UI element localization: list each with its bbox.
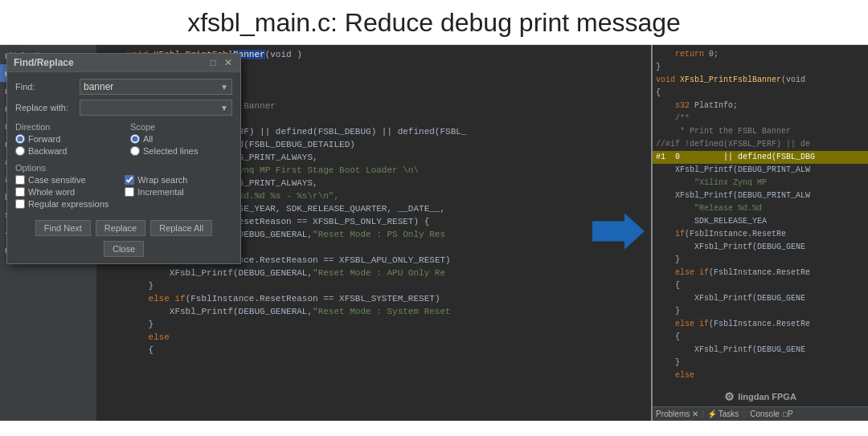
- code-line: }: [96, 318, 651, 331]
- watermark: ⚙ lingdan FPGA: [653, 390, 868, 403]
- right-code-line: /**: [653, 112, 868, 125]
- code-line: XFsbl_Printf(DEBUG_GENERAL,"Reset Mode :…: [96, 267, 651, 279]
- right-code-line: if(FsblInstance.ResetRe: [653, 228, 868, 241]
- forward-radio[interactable]: [15, 134, 25, 144]
- right-code-line: else if(FsblInstance.ResetRe: [653, 318, 868, 331]
- direction-label: Direction: [15, 122, 117, 132]
- scope-group: Scope All Selected lines: [130, 122, 232, 158]
- incremental-label: Incremental: [137, 187, 183, 197]
- replace-input-wrapper: ▼: [80, 100, 232, 116]
- console-tab[interactable]: Console: [750, 410, 780, 418]
- watermark-icon: ⚙: [724, 390, 735, 403]
- dialog-minimize-button[interactable]: □: [209, 57, 218, 68]
- dialog-close-button[interactable]: ✕: [223, 57, 234, 68]
- right-arrow-icon: [592, 214, 645, 250]
- right-code-line: }: [653, 357, 868, 369]
- problems-tab[interactable]: Problems ✕: [656, 410, 698, 418]
- tasks-tab[interactable]: ⚡ Tasks: [707, 410, 739, 418]
- options-section: Options Case sensitive Whole word: [15, 163, 232, 209]
- right-code-line: XFsbl_Printf(DEBUG_GENE: [653, 344, 868, 357]
- incremental-row: Incremental: [125, 187, 187, 197]
- svg-marker-0: [592, 214, 645, 250]
- find-row: Find: ▼: [15, 79, 232, 95]
- find-dropdown-icon[interactable]: ▼: [217, 83, 231, 92]
- right-code-line: else if(FsblInstance.ResetRe: [653, 267, 868, 279]
- right-code-line: "Xilinx Zynq MP: [653, 177, 868, 189]
- selected-lines-label: Selected lines: [143, 146, 199, 156]
- tab-separator: |: [702, 410, 704, 418]
- right-code-line: return 0;: [653, 48, 868, 61]
- wrap-search-row: Wrap search: [125, 175, 187, 185]
- main-content: nitialization.c main.c nai nis nis na al…: [0, 45, 868, 421]
- code-line: }: [96, 279, 651, 292]
- right-code-line: SDK_RELEASE_YEA: [653, 215, 868, 228]
- dialog-title-text: Find/Replace: [14, 57, 74, 68]
- replace-button[interactable]: Replace: [96, 220, 145, 236]
- right-code-line: else: [653, 369, 868, 382]
- regular-expressions-checkbox[interactable]: [15, 199, 25, 209]
- right-code-line: #1 0 || defined(FSBL_DBG: [653, 151, 868, 164]
- find-label: Find:: [15, 82, 80, 92]
- right-code-line: "Release %d.%d: [653, 202, 868, 215]
- tasks-icon: ⚡: [707, 410, 717, 418]
- whole-word-label: Whole word: [28, 187, 75, 197]
- scope-label: Scope: [130, 122, 232, 132]
- right-code-line: XFsbl_Printf(DEBUG_GENE: [653, 292, 868, 305]
- replace-input[interactable]: [80, 100, 217, 115]
- bottom-bar: Problems ✕ | ⚡ Tasks □ Console □P: [653, 406, 868, 421]
- right-code-line: XFsbl_Printf(DEBUG_PRINT_ALW: [653, 164, 868, 177]
- wrap-search-checkbox[interactable]: [125, 175, 134, 185]
- selected-lines-radio-row: Selected lines: [130, 146, 232, 156]
- right-code-line: s32 PlatInfo;: [653, 100, 868, 112]
- wrap-search-label: Wrap search: [137, 175, 187, 185]
- selected-lines-radio[interactable]: [130, 146, 140, 156]
- close-button[interactable]: Close: [104, 241, 144, 257]
- forward-radio-row: Forward: [15, 134, 117, 144]
- arrow-container: [592, 214, 645, 253]
- dialog-title-bar: Find/Replace □ ✕: [7, 54, 240, 72]
- whole-word-row: Whole word: [15, 187, 108, 197]
- incremental-checkbox[interactable]: [125, 187, 134, 197]
- title-area: xfsbl_main.c: Reduce debug print message: [0, 0, 868, 45]
- replace-row: Replace with: ▼: [15, 100, 232, 116]
- right-code-line: XFsbl_Printf(DEBUG_PRINT_ALW: [653, 189, 868, 202]
- options-col-left: Case sensitive Whole word Regular expres…: [15, 175, 108, 209]
- backward-radio-row: Backward: [15, 146, 117, 156]
- find-next-button[interactable]: Find Next: [35, 220, 91, 236]
- right-code-line: * Print the FSBL Banner: [653, 125, 868, 138]
- all-radio-row: All: [130, 134, 232, 144]
- all-radio[interactable]: [130, 134, 140, 144]
- right-code-panel: return 0; } void XFsbl_PrintFsblBanner(v…: [651, 45, 868, 421]
- options-label: Options: [15, 163, 232, 173]
- direction-scope-row: Direction Forward Backward Scope All: [15, 122, 232, 158]
- regular-expressions-label: Regular expressions: [28, 199, 108, 209]
- dialog-title-icons: □ ✕: [209, 57, 234, 68]
- replace-all-button[interactable]: Replace All: [150, 220, 212, 236]
- dialog-buttons: Find Next Replace Replace All Close: [7, 215, 240, 263]
- all-label: All: [143, 134, 153, 144]
- forward-label: Forward: [28, 134, 60, 144]
- p-tab[interactable]: □P: [783, 410, 793, 418]
- dialog-body: Find: ▼ Replace with: ▼ Direction: [7, 72, 240, 215]
- code-line: else: [96, 331, 651, 344]
- find-input-wrapper: ▼: [80, 79, 232, 95]
- right-code-line: {: [653, 331, 868, 344]
- whole-word-checkbox[interactable]: [15, 187, 25, 197]
- find-replace-dialog: Find/Replace □ ✕ Find: ▼ Replace with:: [6, 53, 241, 264]
- backward-radio[interactable]: [15, 146, 25, 156]
- watermark-text: lingdan FPGA: [738, 392, 796, 401]
- code-line: else if(FsblInstance.ResetReason == XFSB…: [96, 292, 651, 305]
- page-title: xfsbl_main.c: Reduce debug print message: [16, 8, 852, 38]
- right-code-line: }: [653, 61, 868, 74]
- replace-dropdown-icon[interactable]: ▼: [217, 104, 231, 112]
- replace-label: Replace with:: [15, 103, 80, 112]
- code-line: {: [96, 344, 651, 357]
- right-code-line: void XFsbl_PrintFsblBanner(void: [653, 74, 868, 87]
- right-code-line: //#if !defined(XFSBL_PERF) || de: [653, 138, 868, 151]
- right-code-line: }: [653, 305, 868, 318]
- case-sensitive-checkbox[interactable]: [15, 175, 25, 185]
- options-col-right: Wrap search Incremental: [125, 175, 187, 209]
- find-input[interactable]: [80, 79, 217, 94]
- code-line: XFsbl_Printf(DEBUG_GENERAL,"Reset Mode :…: [96, 305, 651, 318]
- direction-group: Direction Forward Backward: [15, 122, 117, 158]
